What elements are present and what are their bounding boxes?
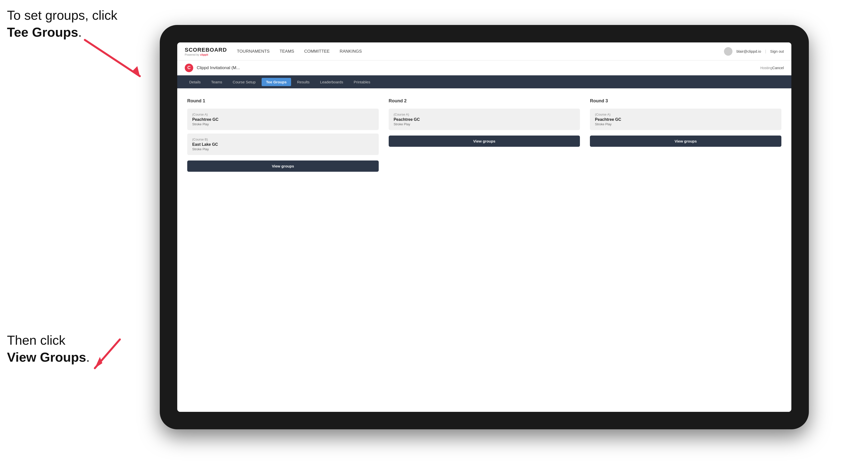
round-2-view-groups-button[interactable]: View groups <box>389 135 580 147</box>
round-3-course-a-format: Stroke Play <box>595 122 776 126</box>
tabs-bar: Details Teams Course Setup Tee Groups Re… <box>177 75 792 88</box>
logo-sub: Powered by clippit <box>185 53 227 56</box>
logo-text: SCOREBOARD <box>185 47 227 53</box>
round-3-view-groups-button[interactable]: View groups <box>590 135 781 147</box>
round-1-course-b-format: Stroke Play <box>192 147 374 151</box>
nav-tournaments[interactable]: TOURNAMENTS <box>237 49 270 54</box>
nav-links: TOURNAMENTS TEAMS COMMITTEE RANKINGS <box>237 49 724 54</box>
round-1-course-a-card: (Course A) Peachtree GC Stroke Play <box>187 108 379 130</box>
tournament-logo: C <box>185 64 193 72</box>
hosting-badge: Hosting <box>761 66 772 70</box>
nav-teams[interactable]: TEAMS <box>280 49 294 54</box>
instruction-bottom-bold: View Groups <box>7 350 86 365</box>
logo-area: SCOREBOARD Powered by clippit <box>185 47 227 56</box>
cancel-button[interactable]: Cancel <box>772 66 784 70</box>
tab-results[interactable]: Results <box>292 78 314 86</box>
round-1-course-b-name: East Lake GC <box>192 142 374 147</box>
arrow-top-icon <box>80 35 150 85</box>
sign-out-link[interactable]: Sign out <box>770 49 784 54</box>
navbar: SCOREBOARD Powered by clippit TOURNAMENT… <box>177 42 792 60</box>
round-1-course-a-format: Stroke Play <box>192 122 374 126</box>
round-1-course-b-card: (Course B) East Lake GC Stroke Play <box>187 133 379 155</box>
round-1-column: Round 1 (Course A) Peachtree GC Stroke P… <box>187 98 379 172</box>
instruction-top-end: . <box>78 25 82 39</box>
nav-right: blair@clippd.io | Sign out <box>724 47 784 56</box>
round-3-title: Round 3 <box>590 98 781 103</box>
user-avatar <box>724 47 733 56</box>
round-2-column: Round 2 (Course A) Peachtree GC Stroke P… <box>389 98 580 172</box>
round-1-title: Round 1 <box>187 98 379 103</box>
tab-details[interactable]: Details <box>185 78 205 86</box>
tablet-screen: SCOREBOARD Powered by clippit TOURNAMENT… <box>177 42 792 412</box>
instruction-bottom-end: . <box>86 350 90 365</box>
svg-line-0 <box>85 40 140 76</box>
round-3-column: Round 3 (Course A) Peachtree GC Stroke P… <box>590 98 781 172</box>
nav-committee[interactable]: COMMITTEE <box>304 49 330 54</box>
tab-teams[interactable]: Teams <box>207 78 227 86</box>
instruction-bottom: Then click View Groups. <box>7 332 90 366</box>
instruction-top-line1: To set groups, click <box>7 8 117 23</box>
user-email: blair@clippd.io <box>737 49 761 54</box>
round-2-course-a-label: (Course A) <box>394 113 575 116</box>
tab-course-setup[interactable]: Course Setup <box>228 78 260 86</box>
round-1-course-a-label: (Course A) <box>192 113 374 116</box>
round-2-title: Round 2 <box>389 98 580 103</box>
instruction-bottom-line1: Then click <box>7 333 65 347</box>
svg-marker-3 <box>95 357 102 368</box>
tablet-device: SCOREBOARD Powered by clippit TOURNAMENT… <box>160 25 809 429</box>
main-content: Round 1 (Course A) Peachtree GC Stroke P… <box>177 88 792 412</box>
tab-tee-groups[interactable]: Tee Groups <box>261 78 291 86</box>
svg-marker-1 <box>132 66 140 76</box>
instruction-top-bold: Tee Groups <box>7 25 78 39</box>
round-3-course-a-card: (Course A) Peachtree GC Stroke Play <box>590 108 781 130</box>
instruction-top: To set groups, click Tee Groups. <box>7 7 117 41</box>
nav-rankings[interactable]: RANKINGS <box>340 49 362 54</box>
round-3-course-a-label: (Course A) <box>595 113 776 116</box>
sub-header: C Clippd Invitational (M... Hosting Canc… <box>177 60 792 75</box>
round-2-course-a-name: Peachtree GC <box>394 117 575 122</box>
tab-printables[interactable]: Printables <box>349 78 375 86</box>
round-2-course-a-format: Stroke Play <box>394 122 575 126</box>
round-2-course-a-card: (Course A) Peachtree GC Stroke Play <box>389 108 580 130</box>
round-3-course-a-name: Peachtree GC <box>595 117 776 122</box>
round-1-course-b-label: (Course B) <box>192 137 374 141</box>
round-1-course-a-name: Peachtree GC <box>192 117 374 122</box>
svg-line-2 <box>95 339 120 368</box>
tab-leaderboards[interactable]: Leaderboards <box>315 78 348 86</box>
rounds-container: Round 1 (Course A) Peachtree GC Stroke P… <box>187 98 781 172</box>
round-1-view-groups-button[interactable]: View groups <box>187 160 379 172</box>
tournament-name: Clippd Invitational (M... <box>197 65 758 70</box>
